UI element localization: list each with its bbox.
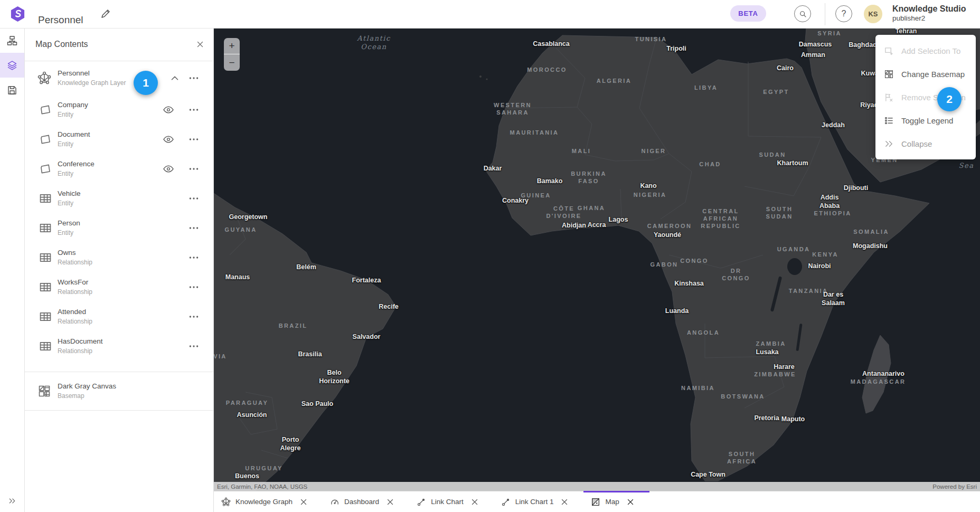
layer-subtitle: Relationship (58, 317, 92, 326)
ellipsis-icon[interactable] (188, 222, 200, 234)
knowledge-graph-layer-icon (37, 71, 51, 85)
layer-title: Company (58, 100, 88, 110)
tab-label: Link Chart (431, 498, 464, 506)
tab-label: Knowledge Graph (235, 498, 293, 506)
layer-text: PersonEntity (58, 219, 80, 238)
layer-title: WorksFor (58, 278, 92, 288)
close-tab-icon[interactable] (626, 497, 635, 507)
rail-item-link-chart-tool[interactable] (0, 28, 24, 53)
layer-row-conference[interactable]: ConferenceEntity (25, 154, 213, 184)
close-tab-icon[interactable] (560, 497, 569, 507)
layer-text: OwnsRelationship (58, 248, 92, 267)
ellipsis-icon[interactable] (188, 134, 200, 145)
layer-title: Person (58, 219, 80, 229)
close-tab-icon[interactable] (299, 497, 308, 507)
entity-icon (39, 103, 52, 117)
layer-row-person[interactable]: PersonEntity (25, 213, 213, 243)
menu-item-label: Collapse (901, 139, 932, 148)
double-chevron-right-icon (8, 497, 16, 505)
add-selection-to-menu-item: Add Selection To (875, 39, 976, 62)
attribution-sources: Esri, Garmin, FAO, NOAA, USGS (217, 483, 307, 490)
panel-header: Map Contents (25, 28, 213, 61)
layer-row-personnel[interactable]: PersonnelKnowledge Graph Layer (25, 61, 213, 95)
toggle-legend-menu-item[interactable]: Toggle Legend (875, 109, 976, 132)
layer-row-document[interactable]: DocumentEntity (25, 125, 213, 154)
rail-item-save-tool[interactable] (0, 78, 24, 102)
expand-toolbar-button[interactable] (0, 493, 24, 509)
close-panel-icon[interactable] (195, 40, 205, 49)
chevron-up-icon[interactable] (169, 72, 181, 84)
collapse-icon (884, 139, 894, 149)
layer-text: VehicleEntity (58, 189, 81, 208)
entity-icon (39, 162, 52, 176)
table-icon (39, 251, 52, 264)
tab-dashboard[interactable]: Dashboard (323, 491, 409, 512)
table-icon (39, 221, 52, 235)
ellipsis-icon[interactable] (188, 193, 200, 204)
layer-list: PersonnelKnowledge Graph LayerCompanyEnt… (25, 61, 213, 361)
panel-title: Map Contents (35, 40, 88, 49)
username: publisher2 (892, 14, 966, 23)
close-tab-icon[interactable] (385, 497, 395, 507)
user-avatar[interactable]: KS (864, 5, 882, 23)
tab-label: Dashboard (344, 498, 379, 506)
tab-link-chart[interactable]: Link Chart (409, 491, 494, 512)
layer-subtitle: Relationship (58, 288, 92, 297)
zoom-control: + − (224, 38, 240, 71)
help-button[interactable]: ? (835, 5, 852, 22)
app-logo-icon (10, 6, 26, 22)
tab-knowledge-graph[interactable]: Knowledge Graph (214, 491, 323, 512)
layer-row-worksfor[interactable]: WorksForRelationship (25, 272, 213, 302)
ellipsis-icon[interactable] (188, 311, 200, 323)
menu-item-label: Change Basemap (901, 70, 965, 79)
search-button[interactable] (794, 5, 811, 22)
map-canvas[interactable]: SYRIAMOROCCOTUNISIAALGERIALIBYAEGYPTWEST… (214, 28, 980, 491)
basemap-row[interactable]: Dark Gray Canvas Basemap (25, 372, 213, 410)
layer-row-attended[interactable]: AttendedRelationship (25, 302, 213, 331)
layer-text: DocumentEntity (58, 130, 90, 149)
layer-text: HasDocumentRelationship (58, 337, 103, 356)
legend-icon (884, 116, 894, 126)
layer-row-hasdocument[interactable]: HasDocumentRelationship (25, 331, 213, 361)
map-attribution: Esri, Garmin, FAO, NOAA, USGS Powered by… (214, 482, 980, 491)
topbar-divider (825, 3, 825, 25)
edit-title-icon[interactable] (100, 8, 111, 19)
basemap-title: Dark Gray Canvas (58, 382, 116, 392)
layer-row-owns[interactable]: OwnsRelationship (25, 243, 213, 272)
left-toolbar (0, 28, 25, 512)
knowledge-studio-app: Personnel BETA ? KS Knowledge Studio pub… (0, 0, 980, 512)
layer-row-vehicle[interactable]: VehicleEntity (25, 184, 213, 213)
rail-item-layers-tool[interactable] (0, 53, 24, 78)
annotation-badge-1: 1 (134, 71, 158, 95)
ellipsis-icon[interactable] (188, 72, 200, 84)
table-icon (39, 310, 52, 324)
tab-link-chart-1[interactable]: Link Chart 1 (494, 491, 584, 512)
zoom-out-button[interactable]: − (224, 54, 240, 71)
tab-map[interactable]: Map (583, 491, 649, 512)
menu-item-label: Toggle Legend (901, 116, 953, 125)
eye-icon[interactable] (163, 104, 174, 116)
layer-subtitle: Relationship (58, 347, 103, 356)
close-tab-icon[interactable] (470, 497, 479, 507)
eye-icon[interactable] (163, 134, 174, 145)
map-contents-panel: Map Contents PersonnelKnowledge Graph La… (25, 28, 214, 512)
ellipsis-icon[interactable] (188, 104, 200, 116)
change-basemap-menu-item[interactable]: Change Basemap (875, 62, 976, 86)
map-icon (591, 497, 600, 507)
layer-row-company[interactable]: CompanyEntity (25, 95, 213, 125)
link-chart-icon (501, 497, 511, 507)
dashboard-icon (330, 497, 340, 507)
zoom-in-button[interactable]: + (224, 38, 240, 54)
user-info[interactable]: Knowledge Studio publisher2 (892, 4, 966, 23)
collapse-menu-item[interactable]: Collapse (875, 132, 976, 155)
layer-text: CompanyEntity (58, 100, 88, 119)
ellipsis-icon[interactable] (188, 252, 200, 263)
eye-icon[interactable] (163, 163, 174, 175)
ellipsis-icon[interactable] (188, 281, 200, 293)
knowledge-graph-icon (221, 497, 231, 507)
basemap-icon (37, 384, 51, 398)
table-icon (39, 280, 52, 294)
ellipsis-icon[interactable] (188, 340, 200, 352)
basemap-grid-icon (884, 69, 894, 79)
ellipsis-icon[interactable] (188, 163, 200, 175)
